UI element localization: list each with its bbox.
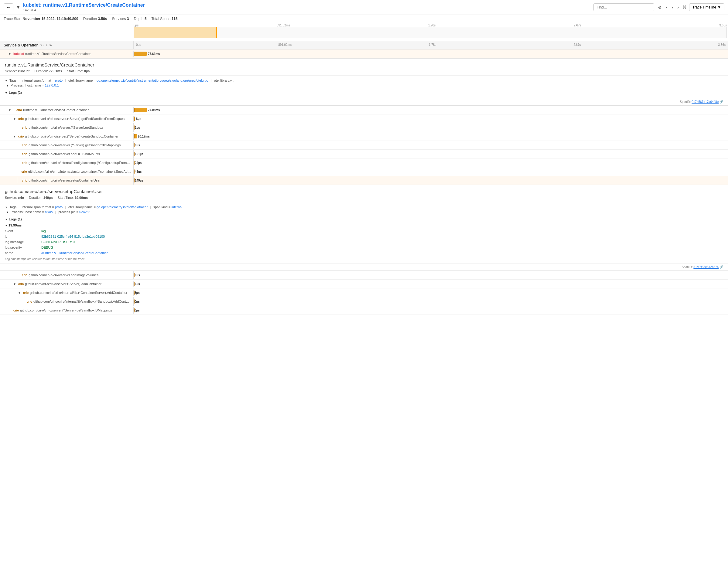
service-badge: crio: [17, 134, 25, 138]
span-row[interactable]: crio github.com/cri-o/cri-o/server.addOC…: [0, 150, 728, 159]
span-duration: 77.08ms: [148, 108, 160, 112]
nav-down-icon[interactable]: ›: [676, 4, 680, 10]
span-row[interactable]: ▼ crio github.com/cri-o/cri-o/internal/l…: [0, 289, 728, 297]
tags-toggle[interactable]: [5, 205, 8, 209]
sort-down-icon[interactable]: ∨: [40, 44, 42, 47]
span-service-col: ▼ crio runtime.v1.RuntimeService/CreateC…: [0, 107, 134, 113]
log-time: 19.99ms: [5, 222, 723, 228]
vline: [17, 272, 21, 278]
toggle-button[interactable]: ▼: [12, 282, 17, 286]
process-pair: process.pid = 624283: [58, 210, 91, 214]
ruler-labels: 0µs 891.02ms 1.78s 2.67s 3.56s: [0, 23, 728, 27]
process-label: Process:: [11, 83, 24, 87]
find-input[interactable]: [593, 3, 654, 11]
ruler-label-4: 3.56s: [720, 24, 727, 27]
services-meta: Services 3: [112, 17, 129, 21]
service-badge: crio: [15, 108, 23, 112]
detail-service: Service: crio: [5, 196, 24, 199]
collapse-icon[interactable]: ▼: [16, 5, 21, 10]
span-duration: 0µs: [135, 300, 140, 303]
span-row[interactable]: crio github.com/cri-o/cri-o/server.setup…: [0, 176, 728, 185]
toggle-button[interactable]: ▼: [12, 117, 17, 121]
span-service-col: crio github.com/cri-o/cri-o/internal/lib…: [0, 297, 134, 306]
span-operation: github.com/cri-o/cri-o/server.(*Server).…: [20, 308, 112, 312]
service-badge: crio: [21, 143, 29, 147]
span-row[interactable]: ▼ kubelet runtime.v1.RuntimeService/Crea…: [0, 49, 728, 58]
service-badge: crio: [21, 178, 29, 182]
span-row[interactable]: crio github.com/cri-o/cri-o/server.(*Ser…: [0, 123, 728, 132]
span-row[interactable]: crio github.com/cri-o/cri-o/internal/fac…: [0, 167, 728, 176]
process-toggle[interactable]: [6, 83, 9, 87]
logs-section: Logs (1) 19.99ms event log id: [5, 216, 723, 261]
settings-icon[interactable]: ⚙: [657, 4, 663, 10]
tag-item: otel.library.name = go.opentelemetry.io/…: [68, 205, 147, 209]
service-badge: crio: [22, 291, 30, 295]
sort-double-down-icon[interactable]: ⇓: [45, 44, 48, 47]
span-row[interactable]: ▼ crio github.com/cri-o/cri-o/server.(*S…: [0, 114, 728, 123]
trace-timeline-dropdown-icon: ▼: [717, 5, 721, 9]
tl-label-4: 3.56s: [718, 43, 726, 47]
tag-item: internal.span.format = proto: [22, 205, 63, 209]
span-duration: 0µs: [135, 309, 140, 312]
trace-timeline-label: Trace Timeline: [692, 5, 716, 9]
logs-header[interactable]: Logs (2): [5, 90, 723, 96]
detail-body: Tags: internal.span.format = proto | ote…: [0, 76, 728, 98]
vline: [17, 142, 21, 148]
span-row[interactable]: crio github.com/cri-o/cri-o/server.addIm…: [0, 271, 728, 280]
trace-title-wrap: kubelet: runtime.v1.RuntimeService/Creat…: [23, 2, 591, 12]
tags-toggle[interactable]: [5, 79, 8, 82]
tl-label-3: 2.67s: [573, 43, 581, 47]
toggle-button[interactable]: ▼: [7, 108, 12, 112]
ruler-label-2: 1.78s: [428, 24, 435, 27]
span-row[interactable]: crio github.com/cri-o/cri-o/server.(*Ser…: [0, 306, 728, 315]
sort-all-icon[interactable]: ≫: [49, 44, 52, 47]
detail-meta: Service: kubelet Duration: 77.61ms Start…: [5, 69, 723, 73]
header-icons: ⚙ ‹ › ›: [657, 4, 680, 10]
nav-next-icon[interactable]: ›: [671, 4, 674, 10]
span-duration: 20.17ms: [138, 135, 150, 138]
trace-timeline-button[interactable]: Trace Timeline ▼: [689, 3, 724, 11]
tag-item: span.kind = internal: [153, 205, 183, 209]
span-id-link[interactable]: 0174567d17a0448e: [692, 100, 719, 104]
span-service-col: crio github.com/cri-o/cri-o/server.addOC…: [0, 150, 134, 158]
logs-label: Logs (1): [9, 217, 22, 221]
service-badge: crio: [12, 308, 20, 312]
trace-start-label: Trace Start November 15 2022, 11:19:40.8…: [4, 17, 78, 21]
span-timeline: 0µs: [134, 271, 728, 279]
tag-item: internal.span.format = proto: [22, 79, 63, 82]
span-row[interactable]: ▼ crio github.com/cri-o/cri-o/server.(*S…: [0, 132, 728, 141]
tag-item: otel.library.name = go.opentelemetry.io/…: [68, 79, 208, 82]
tag-items: internal.span.format = proto | otel.libr…: [22, 205, 182, 209]
process-label: Process:: [11, 210, 24, 214]
detail-header: github.com/cri-o/cri-o/server.setupConta…: [0, 185, 728, 202]
span-service-col: crio github.com/cri-o/cri-o/server.setup…: [0, 176, 134, 184]
span-bar: [134, 52, 147, 56]
process-toggle[interactable]: [6, 210, 9, 214]
span-operation: github.com/cri-o/cri-o/internal/lib.(*Co…: [30, 291, 127, 295]
span-row[interactable]: ▼ crio runtime.v1.RuntimeService/CreateC…: [0, 106, 728, 114]
service-badge: crio: [17, 282, 25, 286]
span-row[interactable]: ▼ crio github.com/cri-o/cri-o/server.(*S…: [0, 280, 728, 289]
logs-toggle-icon: [5, 91, 8, 94]
span-id-link[interactable]: 51cf7f38e5128574: [693, 265, 719, 269]
toggle-button[interactable]: ▼: [12, 135, 17, 138]
log-time-toggle[interactable]: [5, 224, 8, 227]
service-badge: crio: [20, 170, 28, 174]
span-row[interactable]: crio github.com/cri-o/cri-o/internal/lib…: [0, 297, 728, 306]
span-timeline: 3µs: [134, 289, 728, 297]
span-row[interactable]: crio github.com/cri-o/cri-o/internal/con…: [0, 159, 728, 167]
toggle-button[interactable]: ▼: [17, 291, 22, 295]
vline: [17, 125, 21, 131]
sort-icons: ∨ › ⇓ ≫: [40, 44, 52, 47]
sort-right-icon[interactable]: ›: [43, 44, 45, 47]
ruler-bar: [134, 27, 727, 38]
logs-header[interactable]: Logs (1): [5, 216, 723, 222]
meta-bar: Trace Start November 15 2022, 11:19:40.8…: [0, 15, 728, 23]
back-button[interactable]: ←: [4, 3, 13, 11]
span-timeline: 151µs: [134, 150, 728, 158]
log-row: log.severity DEBUG: [5, 245, 723, 250]
span-row[interactable]: crio github.com/cri-o/cri-o/server.(*Ser…: [0, 141, 728, 150]
toggle-button[interactable]: ▼: [7, 52, 12, 56]
trace-title[interactable]: kubelet: runtime.v1.RuntimeService/Creat…: [23, 2, 591, 8]
nav-prev-icon[interactable]: ‹: [665, 4, 669, 10]
